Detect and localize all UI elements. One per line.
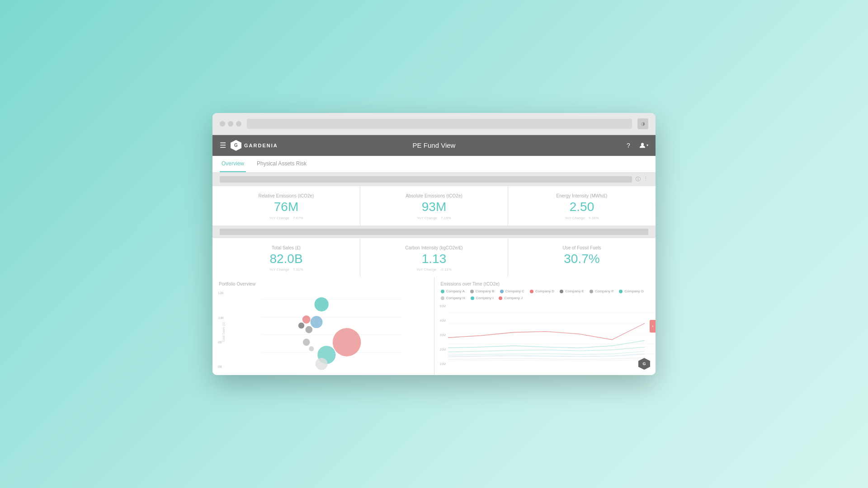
stats-grid-row-1: Relative Emissions (tCO2e) 76M YoY Chang…	[212, 186, 656, 225]
stat-change-absolute-emissions: YoY Change 7.19%	[369, 216, 499, 220]
legend-company-c: Company C	[500, 289, 524, 293]
stat-card-absolute-emissions: Absolute Emissions (tCO2e) 93M YoY Chang…	[360, 186, 508, 225]
menu-icon[interactable]: ☰	[220, 141, 226, 150]
portfolio-overview-card: Portfolio Overview Total Sales (£) 12B 1…	[212, 277, 434, 375]
filter-selector-2[interactable]	[220, 229, 648, 235]
stat-card-carbon-intensity: Carbon Intensity (kgCO2e/£) 1.13 YoY Cha…	[360, 238, 508, 277]
legend-dot-e	[560, 290, 563, 293]
legend-label-c: Company C	[505, 289, 524, 293]
logo-icon: G	[231, 140, 241, 151]
logo-text: GARDENIA	[244, 143, 278, 148]
svg-point-9	[305, 326, 312, 333]
legend-company-g: Company G	[619, 289, 644, 293]
tabs-bar: Overview Physical Assets Risk	[212, 156, 656, 173]
header-left: ☰ G GARDENIA	[220, 140, 310, 151]
minimize-dot[interactable]	[228, 121, 233, 127]
stat-change-relative-emissions: YoY Change 7.67%	[222, 216, 351, 220]
legend-label-b: Company B	[476, 289, 495, 293]
legend-dot-b	[470, 290, 474, 293]
emissions-legend: Company A Company B Company C Company D	[434, 289, 656, 304]
filter-selector[interactable]	[220, 176, 632, 183]
legend-company-i: Company I	[471, 296, 494, 300]
y-label-10b: 10B	[218, 316, 223, 319]
more-options-icon[interactable]: ⋮	[643, 176, 648, 183]
legend-company-f: Company F	[590, 289, 613, 293]
legend-label-d: Company D	[535, 289, 554, 293]
stats-grid-row-2: Total Sales (£) 82.0B YoY Change 7.31% C…	[212, 238, 656, 277]
tab-overview[interactable]: Overview	[220, 156, 246, 172]
legend-company-j: Company J	[499, 296, 522, 300]
maximize-dot[interactable]	[236, 121, 241, 127]
legend-company-e: Company E	[560, 289, 584, 293]
legend-dot-c	[500, 290, 504, 293]
portfolio-overview-title: Portfolio Overview	[212, 277, 434, 289]
stat-label-relative-emissions: Relative Emissions (tCO2e)	[222, 193, 351, 198]
emissions-chart-title: Emissions over Time (tCO2e)	[434, 277, 656, 289]
stat-card-total-sales: Total Sales (£) 82.0B YoY Change 7.31%	[212, 238, 360, 277]
legend-dot-d	[530, 290, 533, 293]
emissions-y-labels: 50M 40M 30M 20M 10M	[440, 305, 446, 366]
filter-icons: ⓘ ⋮	[636, 176, 648, 183]
collapse-sidebar-button[interactable]: ‹	[650, 320, 656, 333]
browser-dots	[220, 121, 241, 127]
legend-label-f: Company F	[595, 289, 613, 293]
y-label-12b: 12B	[218, 291, 223, 295]
y-label-50m: 50M	[440, 305, 446, 308]
legend-label-h: Company H	[446, 296, 465, 300]
app-header: ☰ G GARDENIA PE Fund View ? ▾	[212, 135, 656, 156]
theme-toggle-button[interactable]: ◑	[637, 118, 648, 129]
stat-card-fossil-fuels: Use of Fossil Fuels 30.7%	[508, 238, 656, 277]
stat-value-energy-intensity: 2.50	[517, 200, 646, 214]
legend-company-d: Company D	[530, 289, 554, 293]
tab-physical-assets-risk[interactable]: Physical Assets Risk	[255, 156, 308, 172]
stat-label-fossil-fuels: Use of Fossil Fuels	[517, 245, 646, 250]
legend-dot-i	[471, 296, 474, 300]
stat-value-carbon-intensity: 1.13	[369, 252, 499, 266]
stat-change-carbon-intensity: YoY Change -0.11%	[369, 267, 499, 272]
legend-label-i: Company I	[476, 296, 494, 300]
svg-point-7	[311, 316, 323, 328]
stat-value-absolute-emissions: 93M	[369, 200, 499, 214]
stat-label-total-sales: Total Sales (£)	[222, 245, 351, 250]
legend-label-g: Company G	[624, 289, 644, 293]
close-dot[interactable]	[220, 121, 225, 127]
browser-chrome: ◑	[212, 113, 656, 135]
stat-card-energy-intensity: Energy Intensity (MWh/£) 2.50 YoY Change…	[508, 186, 656, 225]
portfolio-y-labels: 12B 10B 8B 6B	[218, 291, 223, 368]
stat-change-total-sales: YoY Change 7.31%	[222, 267, 351, 272]
y-label-20m: 20M	[440, 348, 446, 351]
bottom-grid: Portfolio Overview Total Sales (£) 12B 1…	[212, 277, 656, 375]
stat-value-fossil-fuels: 30.7%	[517, 252, 646, 266]
legend-label-j: Company J	[504, 296, 522, 300]
help-icon[interactable]: ?	[624, 141, 633, 150]
svg-point-5	[315, 297, 329, 311]
stat-label-carbon-intensity: Carbon Intensity (kgCO2e/£)	[369, 245, 499, 250]
user-icon[interactable]: ▾	[639, 141, 648, 150]
info-icon[interactable]: ⓘ	[636, 176, 641, 183]
legend-dot-f	[590, 290, 593, 293]
stat-label-absolute-emissions: Absolute Emissions (tCO2e)	[369, 193, 499, 198]
logo: G GARDENIA	[231, 140, 278, 151]
y-label-30m: 30M	[440, 333, 446, 337]
page-title: PE Fund View	[310, 141, 558, 149]
y-label-10m: 10M	[440, 362, 446, 366]
content-area: ⓘ ⋮ Relative Emissions (tCO2e) 76M YoY C…	[212, 173, 656, 375]
stat-value-relative-emissions: 76M	[222, 200, 351, 214]
svg-point-11	[303, 339, 310, 346]
legend-label-e: Company E	[565, 289, 584, 293]
url-bar[interactable]	[247, 119, 632, 129]
y-label-8b: 8B	[218, 341, 223, 344]
y-label-6b: 6B	[218, 365, 223, 368]
stat-change-energy-intensity: YoY Change 9.38%	[517, 216, 646, 220]
legend-label-a: Company A	[446, 289, 465, 293]
svg-point-14	[316, 358, 328, 370]
portfolio-bubble-chart	[226, 289, 448, 375]
emissions-chart-card: Emissions over Time (tCO2e) Company A Co…	[434, 277, 656, 375]
stat-value-total-sales: 82.0B	[222, 252, 351, 266]
y-label-40m: 40M	[440, 319, 446, 322]
svg-point-8	[298, 323, 304, 328]
svg-point-12	[309, 347, 314, 352]
filter-bar-1: ⓘ ⋮	[212, 173, 656, 186]
svg-point-10	[333, 328, 361, 357]
stat-label-energy-intensity: Energy Intensity (MWh/£)	[517, 193, 646, 198]
